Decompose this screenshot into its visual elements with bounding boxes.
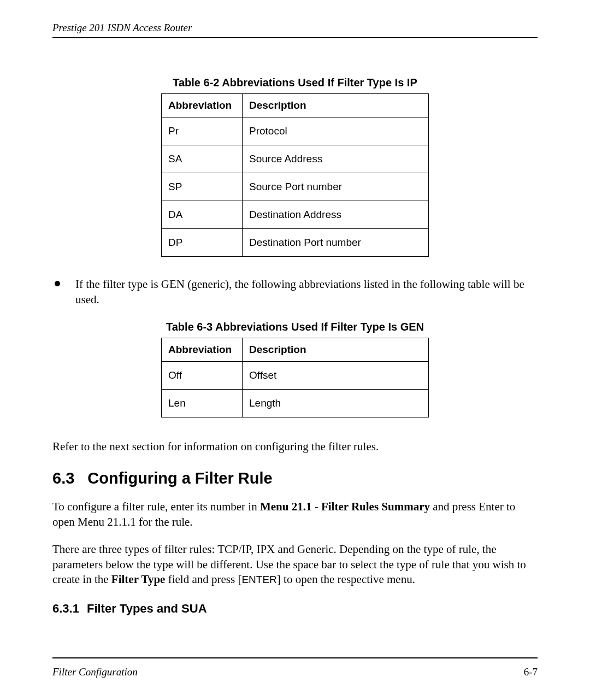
text-fragment: ] to open the respective menu.: [277, 573, 415, 586]
paragraph-refer: Refer to the next section for informatio…: [52, 439, 538, 455]
col-description: Description: [243, 94, 429, 117]
cell-desc: Destination Address: [243, 201, 429, 229]
running-header: Prestige 201 ISDN Access Router: [52, 22, 538, 38]
table-row: Len Length: [162, 389, 429, 417]
cell-abbr: SP: [162, 173, 243, 201]
footer-section-name: Filter Configuration: [52, 666, 138, 678]
cell-desc: Offset: [243, 361, 429, 389]
cell-desc: Length: [243, 389, 429, 417]
field-name-bold: Filter Type: [111, 573, 166, 586]
table-row: Pr Protocol: [162, 117, 429, 145]
table-header-row: Abbreviation Description: [162, 94, 429, 117]
cell-desc: Source Address: [243, 145, 429, 173]
table-6-2: Abbreviation Description Pr Protocol SA …: [161, 93, 429, 257]
heading-number: 6.3.1: [52, 602, 79, 615]
page-content: Table 6-2 Abbreviations Used If Filter T…: [52, 38, 538, 616]
paragraph-configure: To configure a filter rule, enter its nu…: [52, 499, 538, 530]
text-fragment: field and press [: [165, 573, 241, 586]
cell-desc: Destination Port number: [243, 229, 429, 257]
heading-number: 6.3: [52, 469, 74, 487]
table-header-row: Abbreviation Description: [162, 338, 429, 361]
col-abbreviation: Abbreviation: [162, 94, 243, 117]
col-description: Description: [243, 338, 429, 361]
table-row: Off Offset: [162, 361, 429, 389]
text-fragment: To configure a filter rule, enter its nu…: [52, 500, 260, 513]
col-abbreviation: Abbreviation: [162, 338, 243, 361]
table-row: DA Destination Address: [162, 201, 429, 229]
key-enter: ENTER: [241, 574, 276, 585]
cell-abbr: Len: [162, 389, 243, 417]
table-row: DP Destination Port number: [162, 229, 429, 257]
cell-abbr: DA: [162, 201, 243, 229]
cell-abbr: DP: [162, 229, 243, 257]
document-page: Prestige 201 ISDN Access Router Table 6-…: [0, 0, 590, 700]
heading-title: Filter Types and SUA: [87, 602, 207, 615]
table-6-2-caption: Table 6-2 Abbreviations Used If Filter T…: [52, 77, 538, 89]
cell-abbr: Off: [162, 361, 243, 389]
heading-6-3-1: 6.3.1Filter Types and SUA: [52, 602, 538, 616]
table-row: SP Source Port number: [162, 173, 429, 201]
heading-title: Configuring a Filter Rule: [87, 469, 272, 487]
paragraph-types: There are three types of filter rules: T…: [52, 542, 538, 587]
bullet-text: If the filter type is GEN (generic), the…: [75, 277, 538, 308]
menu-name-bold: Menu 21.1 - Filter Rules Summary: [260, 500, 430, 513]
bullet-item: If the filter type is GEN (generic), the…: [52, 277, 538, 308]
heading-6-3: 6.3Configuring a Filter Rule: [52, 469, 538, 487]
table-6-3-caption: Table 6-3 Abbreviations Used If Filter T…: [52, 321, 538, 333]
table-6-3: Abbreviation Description Off Offset Len …: [161, 338, 429, 417]
bullet-dot-icon: [55, 281, 60, 286]
table-row: SA Source Address: [162, 145, 429, 173]
footer-rule: [52, 657, 538, 658]
cell-abbr: SA: [162, 145, 243, 173]
cell-abbr: Pr: [162, 117, 243, 145]
footer-page-number: 6-7: [524, 666, 538, 678]
page-footer: Filter Configuration 6-7: [52, 657, 538, 678]
cell-desc: Source Port number: [243, 173, 429, 201]
cell-desc: Protocol: [243, 117, 429, 145]
